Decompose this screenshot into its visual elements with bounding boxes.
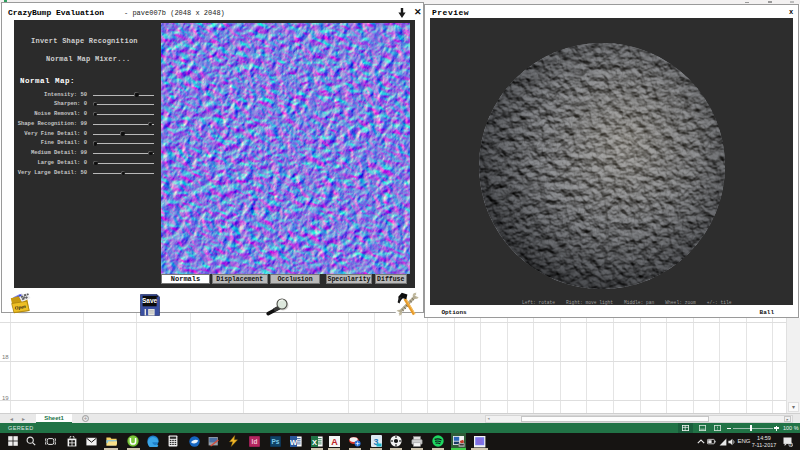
svg-text:Id: Id — [251, 438, 257, 445]
svg-text:Ps: Ps — [272, 438, 280, 445]
svg-text:Save: Save — [142, 297, 158, 304]
svg-text:X: X — [312, 437, 317, 446]
svg-text:3: 3 — [790, 443, 792, 447]
svg-text:W: W — [290, 437, 298, 446]
svg-text:A: A — [331, 437, 338, 447]
